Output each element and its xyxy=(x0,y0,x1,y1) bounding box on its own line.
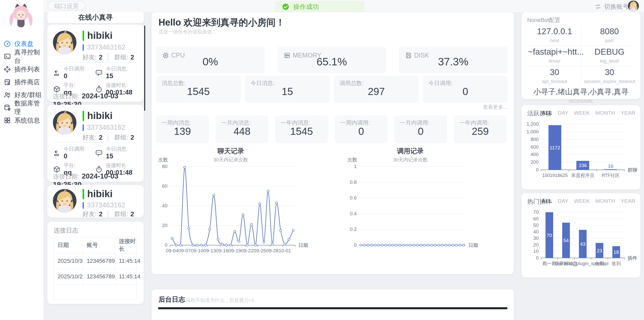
svg-text:18: 18 xyxy=(614,250,619,255)
svg-text:0.4: 0.4 xyxy=(350,211,357,216)
svg-text:签到: 签到 xyxy=(612,261,621,266)
chat-records-chart: 聊天记录30天内记录次数次数020406080日期09-0409-0709-10… xyxy=(152,146,309,257)
sidebar-item-label: 系统信息 xyxy=(14,116,40,125)
greeting-subtitle: 这是一场传奇的冒险旅途... xyxy=(159,29,216,35)
range-tab-day[interactable]: DAY xyxy=(558,110,568,116)
sidebar-item-label: 插件商店 xyxy=(14,78,40,86)
log-table-row: 2025/10/212345678911:45:14 xyxy=(54,269,141,285)
call-records-chart: 调用记录30天内记录次数次数00.20.40.60.81日期 xyxy=(341,146,479,257)
bot-name: hibiki xyxy=(87,188,112,199)
bot-id-row: 3373463162 xyxy=(83,43,125,51)
svg-text:0: 0 xyxy=(536,255,539,260)
name-accent-bar xyxy=(83,31,84,41)
svg-text:60: 60 xyxy=(533,216,539,221)
connection-log-card: 连接日志 日期账号连接时长2025/10/312345678911:45:142… xyxy=(47,222,144,304)
sidebar-item-console[interactable]: 真寻控制台 xyxy=(0,50,43,63)
stat-tile: 一月内消息:448 xyxy=(216,115,268,143)
log-column-header: 日期 xyxy=(54,237,83,253)
active-groups-chart: 02004006008001,0001,200群聊117210019186252… xyxy=(522,116,640,184)
switch-account-button[interactable]: 切换账号 xyxy=(594,3,629,11)
console-icon xyxy=(4,53,11,60)
store-icon xyxy=(4,78,11,86)
svg-text:戳一戳: 戳一戳 xyxy=(543,261,556,266)
bot-stat-call: 今日调用:0 xyxy=(53,146,95,160)
range-tab-year[interactable]: YEAR xyxy=(621,198,635,204)
online-bot-list: hibiki3373463162好友:2│群组:2今日调用:0今日消息:15平台… xyxy=(47,25,144,221)
bot-card[interactable]: hibiki3373463162好友:2│群组:2今日调用:0今日消息:15平台… xyxy=(47,105,144,182)
card-divider xyxy=(53,62,138,63)
log-column-header: 连接时长 xyxy=(115,237,141,253)
stat-tile: 今日调用:0 xyxy=(423,76,508,103)
stat-tile: 消息总数:1545 xyxy=(156,76,241,103)
svg-text:09-19: 09-19 xyxy=(229,248,241,253)
svg-text:400: 400 xyxy=(530,152,539,157)
config-item-port: 8080port xyxy=(583,27,636,43)
log-cell: 123456789 xyxy=(83,269,115,285)
duration-icon xyxy=(95,83,103,91)
bot-stat-message: 今日消息:15 xyxy=(95,65,137,80)
svg-text:日期: 日期 xyxy=(468,243,478,248)
svg-text:40: 40 xyxy=(162,203,167,208)
see-more-link[interactable]: 查看更多... xyxy=(483,104,507,111)
gauge-icon xyxy=(4,40,11,48)
sidebar-menu: 仪表盘真寻控制台插件列表插件商店好友/群组数据库管理系统信息 xyxy=(0,37,43,127)
id-accent-bar xyxy=(83,44,84,51)
svg-text:80: 80 xyxy=(162,164,167,169)
range-tab-all[interactable]: ALL xyxy=(542,198,552,204)
switch-account-label: 切换账号 xyxy=(604,3,629,11)
range-tab-all[interactable]: ALL xyxy=(542,110,552,116)
range-tab-week[interactable]: WEEK xyxy=(574,198,590,204)
svg-text:16: 16 xyxy=(608,163,613,169)
name-accent-bar xyxy=(83,189,84,199)
database-icon xyxy=(4,104,11,111)
range-tab-day[interactable]: DAY xyxy=(558,198,568,204)
svg-text:54: 54 xyxy=(563,238,569,243)
port-settings-button[interactable]: 端口设置 xyxy=(48,1,85,10)
bot-card[interactable]: hibiki3373463162好友:2│群组:2 xyxy=(47,185,144,218)
svg-text:聊天记录: 聊天记录 xyxy=(217,147,244,155)
call-icon xyxy=(53,147,61,155)
friends-groups-row: 好友:2│群组:2 xyxy=(83,133,134,141)
log-cell: 11:45:14 xyxy=(115,269,141,285)
stat-tile: 一月内调用:0 xyxy=(394,115,447,143)
range-tab-month[interactable]: MONTH xyxy=(595,198,615,204)
friends-icon xyxy=(4,91,11,99)
bot-stat-message: 今日消息:15 xyxy=(95,146,137,160)
svg-text:笨蛋程序员: 笨蛋程序员 xyxy=(571,173,594,178)
account-avatar[interactable] xyxy=(628,1,639,11)
bot-card[interactable]: hibiki3373463162好友:2│群组:2今日调用:0今日消息:15平台… xyxy=(47,25,144,102)
friends-groups-row: 好友:2│群组:2 xyxy=(83,210,134,218)
log-cell: 11:45:14 xyxy=(115,253,141,269)
svg-text:0.6: 0.6 xyxy=(350,195,357,200)
id-accent-bar xyxy=(83,202,84,209)
sidebar-item-store[interactable]: 插件商店 xyxy=(0,76,43,88)
hot-plugins-card: 热门插件 ALLDAYWEEKMONTHYEAR 010203040506070… xyxy=(522,193,640,278)
svg-text:1: 1 xyxy=(354,164,357,169)
range-tab-year[interactable]: YEAR xyxy=(621,110,635,116)
plugins-icon xyxy=(4,66,11,73)
svg-text:09-22: 09-22 xyxy=(241,248,254,253)
svg-text:0: 0 xyxy=(536,167,539,172)
config-divider xyxy=(581,26,581,85)
system-tile-disk: DISK37.3% xyxy=(399,46,507,73)
svg-text:1001918625: 1001918625 xyxy=(542,173,568,178)
bot-id-row: 3373463162 xyxy=(83,201,125,209)
svg-text:70: 70 xyxy=(547,233,552,238)
svg-text:43: 43 xyxy=(580,241,585,247)
range-tab-week[interactable]: WEEK xyxy=(574,110,590,116)
list-scrollbar[interactable] xyxy=(144,26,145,111)
svg-text:30天内记录次数: 30天内记录次数 xyxy=(213,157,248,162)
svg-text:09-07: 09-07 xyxy=(178,248,191,253)
range-tab-month[interactable]: MONTH xyxy=(595,110,615,116)
svg-text:50: 50 xyxy=(533,222,539,228)
system-tile-memory: MEMORY65.1% xyxy=(277,46,386,73)
success-toast: 操作成功 xyxy=(275,1,364,12)
online-panel-title: 在线小真寻 xyxy=(47,11,144,23)
svg-text:0: 0 xyxy=(354,242,357,248)
backend-log-card: 后台日志 虽然不知道为什么，但是视力+1 xyxy=(152,289,514,320)
bot-name-row: hibiki xyxy=(83,110,112,121)
connection-log-title: 连接日志 xyxy=(54,226,78,234)
sidebar-item-database[interactable]: 数据库管理 xyxy=(0,101,43,114)
svg-text:09-04: 09-04 xyxy=(166,248,178,253)
config-item-session_expire_timeout: 30session_expire_timeout xyxy=(583,67,636,84)
